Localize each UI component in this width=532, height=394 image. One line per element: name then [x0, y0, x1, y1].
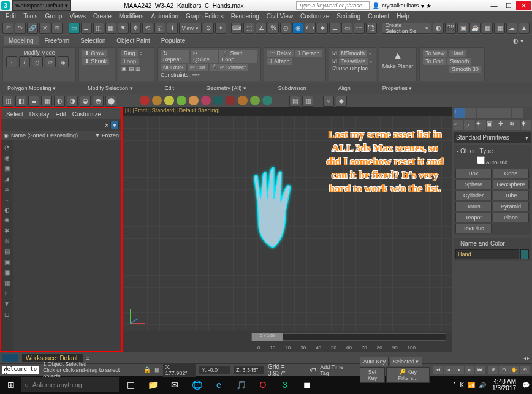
menu-civilview[interactable]: Civil View — [264, 12, 296, 20]
object-type-header[interactable]: - Object Type — [455, 147, 529, 155]
taskbar-app-4[interactable]: e — [208, 377, 229, 393]
render-iter-icon[interactable]: ▦ — [482, 23, 493, 34]
cp-systems-icon[interactable]: ✱ — [521, 120, 531, 130]
scene-filter-icon-7[interactable]: ✺ — [2, 216, 11, 224]
quickball-8[interactable] — [238, 96, 248, 105]
primitive-category-dropdown[interactable]: Standard Primitives▾ — [454, 132, 531, 143]
qa-2[interactable]: ◧ — [15, 96, 26, 107]
ribbon-tab-freeform[interactable]: Freeform — [40, 36, 75, 45]
autokey-button[interactable]: Auto Key — [360, 357, 389, 366]
rf-align[interactable]: Align — [335, 85, 354, 92]
close-button[interactable]: ✕ — [516, 1, 531, 10]
maximize-button[interactable]: ☐ — [501, 1, 516, 10]
object-color-swatch[interactable] — [520, 249, 529, 259]
primitive-sphere-button[interactable]: Sphere — [455, 180, 492, 189]
menu-help[interactable]: Help — [393, 12, 412, 20]
scene-filter-icon-16[interactable]: ◻ — [2, 309, 11, 318]
menu-customize[interactable]: Customize — [297, 12, 332, 20]
select-region-icon[interactable]: ◫ — [93, 23, 104, 34]
quickball-1[interactable] — [152, 96, 162, 105]
primitive-pyramid-button[interactable]: Pyramid — [493, 202, 529, 211]
goto-end-icon[interactable]: ⏭ — [475, 366, 485, 374]
loop-button[interactable]: Loop — [121, 58, 139, 65]
select-icon[interactable]: ▭ — [69, 23, 80, 34]
scene-filter-icon-13[interactable]: ▦ — [2, 278, 11, 287]
taskbar-app-5[interactable]: 🎵 — [230, 377, 251, 393]
edge-icon[interactable]: / — [19, 56, 30, 67]
scene-filter-icon-5[interactable]: ≈ — [2, 195, 11, 203]
qa-layers[interactable]: ▤ — [289, 96, 300, 107]
poly-icon[interactable]: ▱ — [45, 56, 56, 67]
qa-8[interactable]: ◓ — [93, 96, 104, 107]
nav-2-icon[interactable]: ⊙ — [499, 366, 509, 374]
border-icon[interactable]: ◇ — [32, 56, 43, 67]
move-icon[interactable]: ✥ — [130, 23, 141, 34]
menu-modifiers[interactable]: Modifiers — [116, 12, 147, 20]
viewport[interactable]: Lost my scene asset list in ALL 3ds Max … — [123, 116, 452, 331]
menu-content[interactable]: Content — [365, 12, 392, 20]
toview-button[interactable]: To View — [423, 50, 447, 57]
primitive-box-button[interactable]: Box — [455, 169, 492, 178]
cp-helpers-icon[interactable]: ✚ — [498, 120, 509, 130]
repeat-button[interactable]: ↻ Repeat — [161, 50, 189, 63]
detach-button[interactable]: ⤴ Detach — [295, 50, 322, 57]
pivot-icon[interactable]: ⊙ — [203, 23, 214, 34]
quickball-4[interactable] — [189, 96, 199, 105]
element-icon[interactable]: ◈ — [58, 56, 69, 67]
scene-filter-icon-12[interactable]: ▣ — [2, 268, 11, 276]
grow-button[interactable]: ⬆ Grow — [82, 50, 107, 57]
quickball-7[interactable] — [226, 96, 235, 105]
scene-filter-icon-0[interactable]: ◔ — [2, 143, 11, 151]
object-name-input[interactable] — [455, 249, 519, 259]
tray-notif-icon[interactable]: 💬 — [522, 382, 530, 388]
rotate-icon[interactable]: ⟲ — [142, 23, 153, 34]
quickball-9[interactable] — [250, 96, 260, 105]
rf-edit[interactable]: Edit — [161, 85, 178, 92]
snap-icon[interactable]: ⬚ — [243, 23, 254, 34]
attach-button[interactable]: ⤵ Attach — [267, 58, 292, 65]
relax-button[interactable]: 〰 Relax — [267, 50, 294, 57]
manip-icon[interactable]: ✦ — [215, 23, 226, 34]
scene-col-frozen[interactable]: Frozen — [102, 132, 119, 138]
quickball-10[interactable] — [262, 96, 272, 105]
play-icon[interactable]: ▸ — [454, 366, 464, 374]
tray-vol-icon[interactable]: 🔊 — [479, 382, 486, 388]
time-slider-handle[interactable]: 0 / 100 — [252, 333, 283, 341]
qa-6[interactable]: ◑ — [67, 96, 78, 107]
qa-4[interactable]: ▦ — [41, 96, 52, 107]
nav-1-icon[interactable]: ⊕ — [488, 366, 498, 374]
menu-create[interactable]: Create — [90, 12, 115, 20]
undo-icon[interactable]: ↶ — [2, 23, 13, 34]
qa-3[interactable]: ≣ — [28, 96, 39, 107]
make-planar-label[interactable]: Make Planar — [382, 63, 414, 69]
render-online-icon[interactable]: ☁ — [506, 23, 517, 34]
render-activeshade-icon[interactable]: ▦ — [494, 23, 505, 34]
tray-k-icon[interactable]: K — [460, 382, 464, 388]
scene-bullet-icon[interactable]: ◉ — [4, 132, 9, 138]
task-view-icon[interactable]: ◫ — [120, 377, 141, 393]
coord-y[interactable]: Y: -0.0" — [199, 366, 230, 374]
nav-3-icon[interactable]: ✋ — [509, 366, 519, 374]
prev-frame-icon[interactable]: ◂ — [444, 366, 454, 374]
vertex-icon[interactable]: · — [6, 56, 17, 67]
taskbar-app-8[interactable]: ◼ — [297, 377, 317, 393]
minimize-button[interactable]: — — [487, 1, 501, 10]
rendered-frame-icon[interactable]: ▣ — [457, 23, 468, 34]
primitive-teapot-button[interactable]: Teapot — [455, 213, 492, 222]
qa-1[interactable]: ◫ — [2, 96, 13, 107]
add-time-tag[interactable]: Add Time Tag — [320, 364, 352, 376]
cp-shapes-icon[interactable]: ◡ — [464, 120, 474, 130]
primitive-geosphere-button[interactable]: GeoSphere — [493, 180, 529, 189]
menu-rendering[interactable]: Rendering — [228, 12, 262, 20]
rf-polymodel[interactable]: Polygon Modeling ▾ — [4, 85, 59, 92]
pctsnap-icon[interactable]: % — [268, 23, 279, 34]
taskbar-app-6[interactable]: O — [253, 377, 273, 393]
coord-x[interactable]: X: 177.982" — [163, 363, 196, 377]
autogrid-checkbox[interactable] — [477, 156, 485, 164]
cp-motion-tab[interactable] — [488, 108, 500, 118]
scene-filter-icon-15[interactable]: ▼ — [2, 299, 11, 308]
cp-modify-tab[interactable] — [465, 108, 476, 118]
nurms-button[interactable]: NURMS — [161, 64, 186, 71]
mini-nav-icon[interactable] — [2, 354, 18, 362]
lock-icon[interactable]: 🔒 — [143, 366, 151, 373]
